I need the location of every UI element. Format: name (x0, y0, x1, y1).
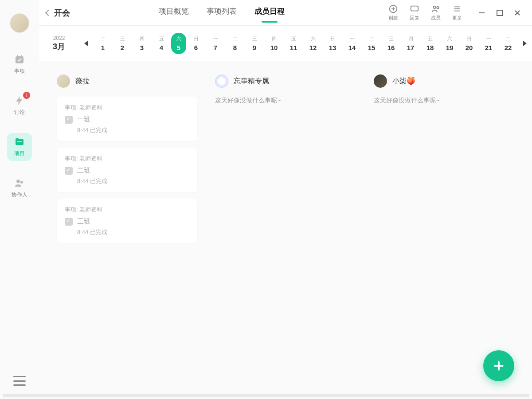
member-avatar[interactable] (215, 74, 228, 88)
more-button[interactable]: 更多 (452, 4, 462, 21)
tab-overview[interactable]: 项目概览 (159, 6, 189, 19)
day-of-week: 一 (350, 35, 355, 42)
day-of-week: 五 (428, 35, 433, 42)
day-number: 14 (348, 44, 356, 51)
day-cell[interactable]: 五18 (420, 33, 440, 54)
day-cell[interactable]: 日13 (323, 33, 342, 54)
maximize-button[interactable] (496, 9, 504, 17)
member-column: 忘事精专属 这天好像没做什么事呢~ (215, 74, 356, 386)
month-indicator[interactable]: 2022 3月 (39, 35, 79, 52)
calendar-check-icon (14, 54, 25, 65)
day-cell[interactable]: 二15 (362, 33, 381, 54)
tab-schedule[interactable]: 成员日程 (254, 6, 285, 19)
notification-badge: 1 (23, 92, 30, 99)
member-column: 薇拉 事项: 老师资料一班8:44 已完成事项: 老师资料二班8:44 已完成事… (57, 74, 197, 386)
day-of-week: 日 (194, 35, 199, 42)
day-cell[interactable]: 二8 (225, 33, 245, 54)
day-number: 5 (177, 44, 180, 51)
create-button[interactable]: 创建 (388, 4, 398, 21)
sidebar-item-discuss[interactable]: 1 讨论 (7, 92, 32, 120)
day-cell[interactable]: 四3 (132, 33, 152, 54)
day-number: 9 (253, 44, 256, 51)
day-number: 3 (140, 44, 144, 51)
member-name: 薇拉 (75, 77, 90, 86)
day-cell[interactable]: 一14 (342, 33, 362, 54)
members-button[interactable]: 成员 (431, 4, 441, 21)
member-avatar[interactable] (57, 74, 70, 88)
day-cell[interactable]: 三9 (245, 33, 264, 54)
member-avatar[interactable] (374, 74, 387, 88)
task-status: 8:44 已完成 (65, 126, 189, 134)
page-title: 开会 (54, 8, 70, 18)
minimize-button[interactable] (478, 9, 486, 17)
day-cell[interactable]: 日20 (459, 33, 479, 54)
sidebar-item-tasks[interactable]: 事项 (7, 51, 32, 78)
task-card[interactable]: 事项: 老师资料三班8:44 已完成 (57, 199, 197, 243)
day-cell[interactable]: 四10 (264, 33, 284, 54)
task-project: 事项: 老师资料 (65, 206, 189, 214)
folder-icon (14, 137, 25, 147)
day-cell[interactable]: 六12 (303, 33, 323, 54)
sidebar-item-project[interactable]: 项目 (7, 133, 32, 161)
fab-add-button[interactable] (483, 350, 514, 381)
empty-message: 这天好像没做什么事呢~ (374, 97, 514, 105)
day-cell[interactable]: 六19 (440, 33, 459, 54)
member-name: 小柒🍑 (392, 77, 415, 86)
svg-point-9 (437, 7, 439, 9)
day-number: 22 (505, 44, 512, 51)
day-of-week: 二 (506, 35, 511, 42)
day-of-week: 三 (389, 35, 394, 42)
day-number: 4 (160, 44, 163, 51)
menu-icon[interactable] (13, 376, 26, 386)
day-cell[interactable]: 五11 (284, 33, 303, 54)
header: 开会 项目概览 事项列表 成员日程 创建 回复 成员 (39, 0, 532, 26)
svg-point-8 (434, 6, 436, 8)
day-number: 13 (329, 44, 336, 51)
member-name: 忘事精专属 (234, 77, 269, 86)
day-of-week: 四 (140, 35, 145, 42)
task-title: 一班 (77, 115, 90, 124)
svg-point-4 (16, 180, 20, 183)
svg-rect-2 (21, 55, 22, 57)
day-number: 16 (387, 44, 395, 51)
date-bar: 2022 3月 二1三2四3五4六5日6一7二8三9四10五11六12日13一1… (39, 26, 532, 61)
chevron-left-icon (45, 9, 51, 16)
day-cell[interactable]: 六5 (171, 33, 186, 54)
day-number: 8 (233, 44, 237, 51)
day-cell[interactable]: 四17 (401, 33, 420, 54)
user-avatar[interactable] (10, 13, 29, 33)
day-cell[interactable]: 二1 (93, 33, 113, 54)
day-number: 15 (368, 44, 376, 51)
day-number: 12 (309, 44, 317, 51)
day-number: 18 (426, 44, 434, 51)
sidebar-item-collab[interactable]: 协作人 (7, 174, 32, 202)
day-number: 17 (407, 44, 415, 51)
day-cell[interactable]: 一7 (206, 33, 225, 54)
back-button[interactable] (46, 11, 51, 15)
horizontal-scrollbar[interactable] (3, 394, 529, 397)
menu-lines-icon (452, 4, 462, 14)
task-project: 事项: 老师资料 (65, 104, 189, 112)
day-cell[interactable]: 三2 (113, 33, 132, 54)
content-area: 薇拉 事项: 老师资料一班8:44 已完成事项: 老师资料二班8:44 已完成事… (39, 61, 532, 399)
reply-button[interactable]: 回复 (410, 4, 419, 21)
prev-arrow-icon[interactable] (84, 41, 88, 46)
tab-list[interactable]: 事项列表 (207, 6, 237, 19)
day-of-week: 二 (233, 35, 238, 42)
day-number: 21 (485, 44, 493, 51)
day-cell[interactable]: 日6 (186, 33, 206, 54)
day-cell[interactable]: 一21 (479, 33, 498, 54)
checkbox-icon[interactable] (65, 218, 73, 226)
member-header: 小柒🍑 (374, 74, 514, 88)
day-cell[interactable]: 五4 (152, 33, 171, 54)
task-card[interactable]: 事项: 老师资料二班8:44 已完成 (57, 148, 197, 192)
checkbox-icon[interactable] (65, 167, 73, 175)
day-of-week: 六 (176, 35, 181, 42)
next-arrow-icon[interactable] (523, 41, 527, 46)
day-cell[interactable]: 二22 (498, 33, 518, 54)
close-button[interactable] (513, 9, 521, 17)
task-card[interactable]: 事项: 老师资料一班8:44 已完成 (57, 97, 197, 141)
day-number: 1 (101, 44, 105, 51)
checkbox-icon[interactable] (65, 116, 73, 124)
day-cell[interactable]: 三16 (381, 33, 401, 54)
